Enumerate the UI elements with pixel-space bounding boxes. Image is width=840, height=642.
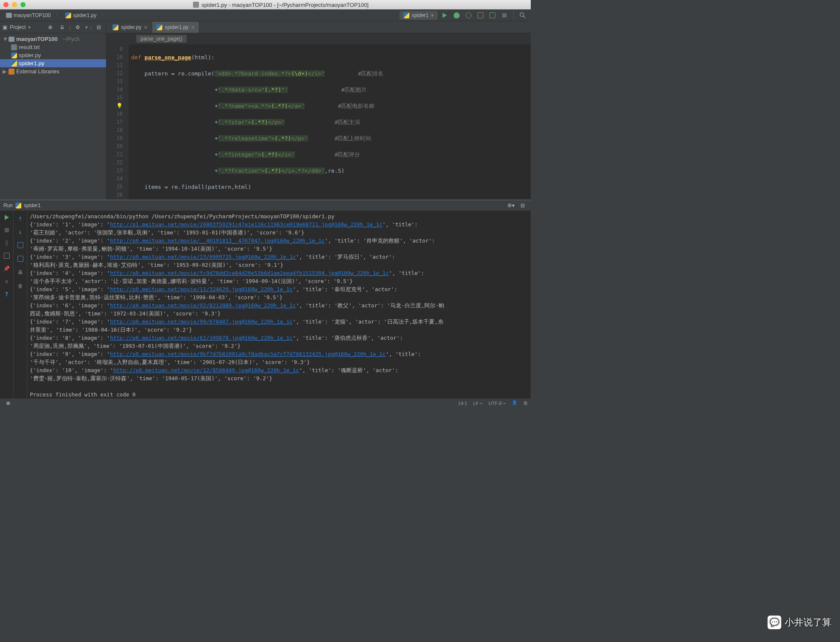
profile-icon	[478, 12, 483, 18]
project-tree[interactable]: ▼ maoyanTOP100 ~/Pych result.txt spider.…	[0, 33, 106, 77]
coverage-icon	[466, 12, 472, 18]
chevron-down-icon: ▾	[431, 12, 434, 18]
expand-arrow-icon[interactable]: ▼	[3, 36, 7, 42]
breadcrumb-project[interactable]: maoyanTOP100	[3, 12, 53, 19]
maximize-window-icon[interactable]	[20, 2, 26, 7]
pin-button[interactable]: 📌	[2, 264, 12, 273]
run-header: Run spider1 ⚙▾ ⊟	[0, 200, 531, 211]
help-icon: ?	[5, 291, 8, 298]
run-config-selector[interactable]: spider1 ▾	[400, 11, 437, 20]
hide-button[interactable]: ⊟	[94, 23, 104, 32]
breadcrumb-file[interactable]: spider1.py	[63, 12, 99, 19]
hide-button[interactable]: ⊟	[518, 201, 527, 210]
intention-bulb-icon[interactable]: 💡	[116, 103, 123, 109]
arrow-down-icon: ↓	[18, 228, 23, 236]
close-icon[interactable]: ×	[191, 24, 195, 31]
close-window-icon[interactable]	[3, 2, 9, 7]
titlebar: spider1.py - maoyanTOP100 - [~/PycharmPr…	[0, 0, 531, 9]
status-bar: ▣ 14:1 LF ÷ UTF-8 ÷ 👤 ⊞	[0, 398, 531, 405]
python-file-icon	[11, 61, 17, 67]
search-everywhere-button[interactable]	[518, 11, 527, 20]
python-file-icon	[112, 24, 118, 30]
tree-external-libraries[interactable]: ▶ External Libraries	[0, 67, 106, 75]
editor-area: spider.py × spider1.py × parse_one_page(…	[106, 21, 531, 200]
settings-button[interactable]: ⚙▾	[506, 201, 515, 210]
text-file-icon	[11, 44, 17, 50]
clear-all-button[interactable]: 🗑	[16, 281, 25, 291]
collapse-all-button[interactable]: ⇊	[58, 23, 67, 32]
file-encoding[interactable]: UTF-8 ÷	[489, 401, 506, 405]
up-button[interactable]: ↑	[16, 213, 25, 223]
concurrency-button[interactable]	[488, 11, 497, 20]
svg-line-1	[524, 16, 525, 17]
window-controls[interactable]	[3, 2, 26, 7]
close-icon: ✕	[5, 278, 8, 285]
scroll-from-source-button[interactable]: ⊕	[46, 23, 55, 32]
run-toolbar-console: ↑ ↓ 🖶 🗑	[14, 211, 27, 398]
print-button[interactable]: 🖶	[16, 268, 25, 277]
python-file-icon	[15, 202, 21, 208]
code-editor[interactable]: def parse_one_page(html): pattern = re.c…	[129, 44, 531, 200]
line-separator[interactable]: LF ÷	[473, 401, 483, 405]
tree-root[interactable]: ▼ maoyanTOP100 ~/Pych	[0, 35, 106, 43]
profile-button[interactable]	[476, 11, 485, 20]
close-button[interactable]: ✕	[2, 277, 12, 286]
inspections-icon[interactable]: 👤	[512, 400, 518, 405]
chevron-down-icon[interactable]: ▾	[28, 24, 31, 30]
project-sidebar: ▣ Project ▾ ⊕ ⇊ | ⚙ ▾ | ⊟ ▼ maoyanTOP100…	[0, 21, 106, 200]
memory-indicator[interactable]: ⊞	[524, 400, 527, 405]
run-config-name: spider1	[24, 202, 40, 208]
run-button[interactable]	[440, 11, 449, 20]
stop-button[interactable]	[2, 226, 12, 234]
editor-tab-active[interactable]: spider1.py ×	[152, 22, 199, 33]
stop-button[interactable]	[500, 11, 509, 20]
coverage-button[interactable]	[464, 11, 473, 20]
breadcrumb-context: parse_one_page()	[106, 33, 531, 44]
dump-threads-button[interactable]	[2, 252, 12, 260]
scroll-to-end-button[interactable]	[16, 254, 25, 263]
breadcrumb: maoyanTOP100 〉 spider1.py 〉	[3, 12, 107, 19]
line-number-gutter: 91011 121314 15 💡 16 171819 202122 23242…	[106, 44, 129, 200]
sidebar-title: Project	[10, 24, 26, 30]
pause-button[interactable]: ‖	[2, 239, 12, 247]
help-button[interactable]: ?	[2, 290, 12, 298]
settings-button[interactable]: ⚙	[73, 23, 83, 32]
chevron-right-icon: 〉	[55, 12, 61, 19]
folder-icon	[6, 13, 12, 18]
debug-button[interactable]	[452, 11, 461, 20]
editor-tab[interactable]: spider.py ×	[108, 22, 152, 33]
run-toolbar-left: ‖ 📌 ✕ ?	[0, 211, 14, 398]
layout-icon	[4, 253, 10, 259]
expand-arrow-icon[interactable]: ▶	[3, 68, 7, 75]
tree-file[interactable]: result.txt	[0, 43, 106, 51]
sidebar-toolbar: ▣ Project ▾ ⊕ ⇊ | ⚙ ▾ | ⊟	[0, 21, 106, 33]
context-function[interactable]: parse_one_page()	[136, 35, 187, 43]
library-icon	[9, 69, 14, 75]
chevron-right-icon: 〉	[101, 12, 107, 19]
tree-file[interactable]: spider.py	[0, 51, 106, 59]
wrap-icon	[17, 242, 23, 248]
tree-file-selected[interactable]: spider1.py	[0, 59, 106, 67]
rerun-button[interactable]	[2, 213, 12, 222]
project-view-icon[interactable]: ▣	[3, 24, 7, 30]
tool-windows-button[interactable]: ▣	[3, 399, 13, 405]
soft-wrap-button[interactable]	[16, 240, 25, 250]
editor-tabs: spider.py × spider1.py ×	[106, 21, 531, 33]
search-icon	[520, 12, 526, 18]
python-file-icon	[65, 12, 71, 18]
concurrency-icon	[489, 12, 495, 18]
scroll-icon	[17, 256, 23, 262]
arrow-up-icon: ↑	[18, 214, 23, 222]
console-output[interactable]: /Users/zhupengfei/anaconda/bin/python /U…	[27, 211, 531, 398]
python-file-icon	[403, 12, 409, 18]
folder-icon	[9, 37, 14, 42]
window-title: spider1.py - maoyanTOP100 - [~/PycharmPr…	[34, 2, 527, 8]
chevron-down-icon: ▾	[85, 24, 88, 30]
down-button[interactable]: ↓	[16, 227, 25, 236]
minimize-window-icon[interactable]	[12, 2, 17, 7]
caret-position[interactable]: 14:1	[458, 401, 467, 405]
play-icon	[5, 215, 9, 220]
python-icon	[193, 2, 199, 8]
bug-icon	[454, 12, 460, 18]
close-icon[interactable]: ×	[144, 24, 147, 31]
